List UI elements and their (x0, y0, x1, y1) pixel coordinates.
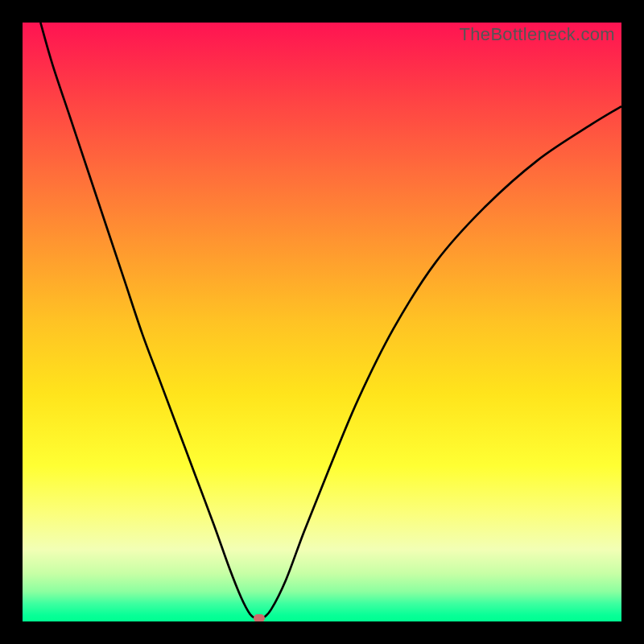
bottleneck-curve (23, 23, 621, 621)
optimal-point-marker (254, 614, 265, 621)
watermark-text: TheBottleneck.com (460, 24, 615, 45)
plot-area: TheBottleneck.com (23, 23, 621, 621)
chart-frame: TheBottleneck.com (0, 0, 644, 644)
